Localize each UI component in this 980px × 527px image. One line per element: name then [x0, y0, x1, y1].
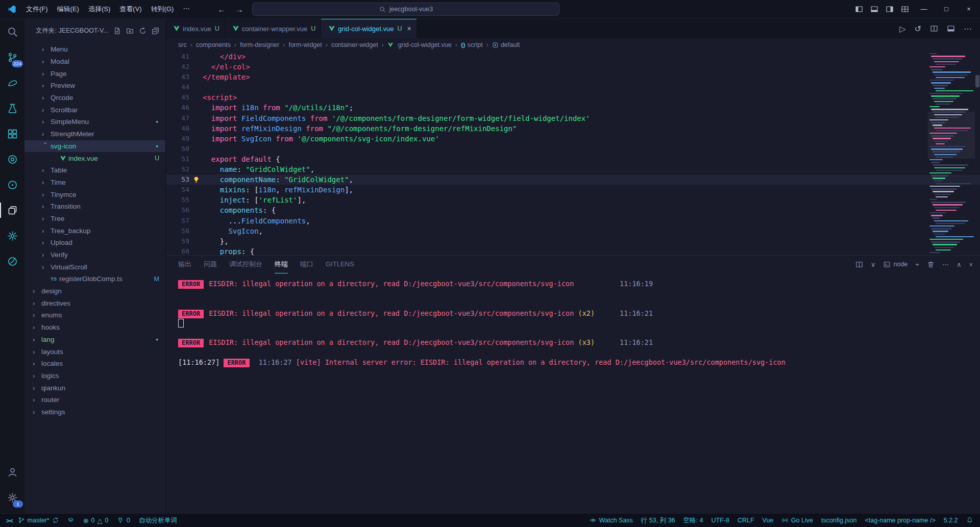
tree-item[interactable]: ›Tinymce — [24, 188, 165, 200]
tree-item[interactable]: ›Menu — [24, 43, 165, 56]
project-manager-icon[interactable] — [0, 70, 24, 95]
cursor-position-item[interactable]: 行 53, 列 36 — [641, 516, 675, 525]
toggle-sidebar-icon[interactable] — [851, 5, 867, 13]
code-line[interactable]: 52 name: "GridColWidget", — [166, 164, 980, 174]
tree-item[interactable]: ›Transition — [24, 200, 165, 213]
live-server-icon[interactable] — [0, 146, 24, 172]
tree-item[interactable]: ›qiankun — [24, 382, 165, 394]
settings-gear-icon[interactable]: 1 — [0, 485, 24, 510]
tree-item[interactable]: ›Preview — [24, 80, 165, 92]
tree-item[interactable]: ›Upload — [24, 237, 165, 249]
minimap[interactable] — [928, 52, 975, 255]
back-arrow-icon[interactable]: ← — [217, 5, 225, 14]
tree-item[interactable]: ›directives — [24, 297, 165, 309]
toggle-panel-icon[interactable] — [867, 5, 882, 13]
plugin-leaf-icon[interactable] — [0, 248, 24, 274]
record-icon[interactable] — [0, 172, 24, 197]
notifications-bell-item[interactable] — [966, 517, 973, 524]
explorer-section-header[interactable]: 文件夹: JEECGBOOT-V... — [24, 19, 165, 37]
tree-item[interactable]: index.vueU — [24, 152, 165, 164]
tree-item[interactable]: ›VirtualScroll — [24, 261, 165, 273]
code-line[interactable]: 49 import SvgIcon from '@/components/svg… — [166, 134, 980, 144]
layout-panel-icon[interactable] — [947, 24, 955, 33]
breadcrumb-item[interactable]: src — [178, 41, 187, 48]
indentation-item[interactable]: 空格: 4 — [683, 516, 703, 525]
new-file-icon[interactable] — [113, 27, 121, 35]
terminal-instance[interactable]: node — [883, 261, 908, 268]
code-line[interactable]: 57 ...FieldComponents, — [166, 216, 980, 226]
code-line[interactable]: 53 componentName: "GridColWidget", — [166, 174, 980, 185]
panel-tab-终端[interactable]: 终端 — [275, 256, 288, 273]
breadcrumb-item[interactable]: {}script — [461, 41, 483, 48]
panel-tab-GITLENS[interactable]: GITLENS — [326, 256, 354, 273]
account-icon[interactable] — [0, 459, 24, 485]
tree-item[interactable]: ›Tree_backup — [24, 224, 165, 237]
tree-item[interactable]: ›logics — [24, 370, 165, 382]
split-terminal-icon[interactable] — [855, 261, 863, 268]
menu-item-2[interactable]: 选择(S) — [84, 5, 115, 14]
tsconfig-item[interactable]: tsconfig.json — [821, 517, 856, 524]
tree-item[interactable]: ›router — [24, 394, 165, 406]
menu-item-0[interactable]: 文件(F) — [21, 5, 53, 14]
panel-tab-调试控制台[interactable]: 调试控制台 — [229, 256, 262, 273]
split-editor-icon[interactable] — [930, 24, 938, 33]
breadcrumb-item[interactable]: container-widget — [331, 41, 378, 48]
breadcrumb-item[interactable]: components — [196, 41, 231, 48]
new-folder-icon[interactable] — [126, 27, 134, 35]
watch-sass-item[interactable]: Watch Sass — [590, 517, 633, 524]
kill-terminal-icon[interactable] — [927, 261, 935, 268]
editor-tab-grid-col-widget.vue[interactable]: grid-col-widget.vueU× — [321, 19, 416, 38]
more-actions-icon[interactable]: ⋯ — [964, 24, 972, 34]
code-line[interactable]: 55 inject: ['refList'], — [166, 195, 980, 205]
tree-item[interactable]: ›Page — [24, 67, 165, 80]
close-window-button[interactable]: × — [958, 0, 980, 18]
code-line[interactable]: 54 mixins: [i18n, refMixinDesign], — [166, 185, 980, 195]
code-line[interactable]: 56 components: { — [166, 205, 980, 215]
tree-item[interactable]: ›layouts — [24, 345, 165, 358]
tree-item[interactable]: ›settings — [24, 406, 165, 418]
close-tab-icon[interactable]: × — [407, 24, 411, 33]
code-line[interactable]: 50 — [166, 144, 980, 154]
timeline-icon[interactable]: ↺ — [915, 24, 921, 34]
breadcrumb-item[interactable]: default — [492, 41, 520, 48]
tree-item[interactable]: ›lang● — [24, 334, 165, 346]
tree-item[interactable]: ›Verify — [24, 249, 165, 261]
maximize-button[interactable]: □ — [935, 0, 958, 18]
breadcrumb-item[interactable]: grid-col-widget.vue — [387, 41, 452, 48]
tree-item[interactable]: ›SimpleMenu● — [24, 116, 165, 128]
code-line[interactable]: 43</template> — [166, 72, 980, 82]
breadcrumb-item[interactable]: form-widget — [288, 41, 322, 48]
tree-item[interactable]: ›Modal — [24, 56, 165, 68]
ports-item[interactable]: 0 — [117, 517, 130, 524]
menu-item-4[interactable]: 转到(G) — [146, 5, 179, 14]
branch-item[interactable]: master* — [18, 517, 59, 524]
code-line[interactable]: 60 props: { — [166, 246, 980, 255]
code-line[interactable]: 59 }, — [166, 236, 980, 246]
tag-helper-item[interactable]: <tag-name prop-name /> — [865, 517, 935, 524]
close-panel-icon[interactable]: × — [969, 261, 973, 268]
tree-item[interactable]: ›enums — [24, 309, 165, 321]
tree-item[interactable]: ›Tree — [24, 213, 165, 225]
code-line[interactable]: 58 SvgIcon, — [166, 226, 980, 236]
extensions-icon[interactable] — [0, 121, 24, 146]
code-line[interactable]: 47 import FieldComponents from '/@/compo… — [166, 113, 980, 123]
code-line[interactable]: 48 import refMixinDesign from "/@/compon… — [166, 123, 980, 134]
version-item[interactable]: 5.2.2 — [944, 517, 958, 524]
run-button[interactable]: ▷ — [899, 24, 905, 34]
eol-item[interactable]: CRLF — [738, 517, 754, 524]
command-search-box[interactable]: jeecgboot-vue3 — [252, 3, 559, 16]
panel-tab-问题[interactable]: 问题 — [204, 256, 217, 273]
source-control-icon[interactable]: 224 — [0, 44, 24, 70]
analyze-words-item[interactable]: 自动分析单词 — [139, 516, 177, 525]
tree-item[interactable]: ›locales — [24, 358, 165, 370]
menu-item-1[interactable]: 编辑(E) — [53, 5, 84, 14]
breadcrumb-item[interactable]: form-designer — [240, 41, 279, 48]
remote-indicator[interactable]: >< — [0, 517, 18, 524]
code-line[interactable]: 42 </el-col> — [166, 62, 980, 72]
maximize-panel-icon[interactable]: ∧ — [957, 261, 962, 268]
editor-tab-container-wrapper.vue[interactable]: container-wrapper.vueU — [225, 19, 322, 38]
editor-tab-index.vue[interactable]: index.vueU — [166, 19, 225, 38]
tree-item[interactable]: ›Qrcode — [24, 92, 165, 104]
panel-tab-输出[interactable]: 输出 — [178, 256, 191, 273]
tree-item[interactable]: ›Scrollbar — [24, 104, 165, 116]
